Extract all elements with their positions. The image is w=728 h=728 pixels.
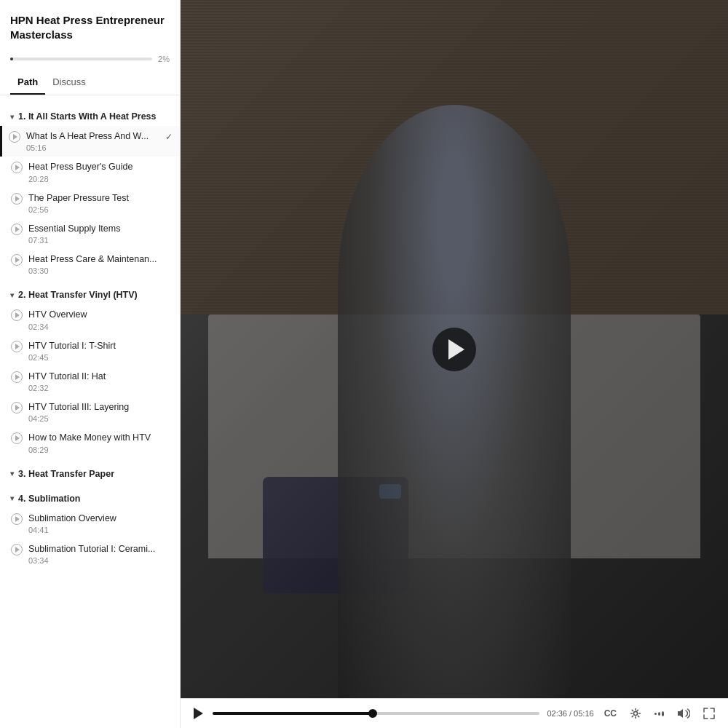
video-progress-bar[interactable]: [213, 712, 539, 715]
play-triangle-3: [15, 196, 20, 202]
lesson-info-10: How to Make Money with HTV 08:29: [28, 432, 173, 454]
fullscreen-button[interactable]: [700, 706, 718, 721]
play-pause-button[interactable]: [191, 706, 205, 721]
lesson-info-4: Essential Supply Items 07:31: [28, 223, 173, 245]
video-time-display: 02:36 / 05:16: [547, 709, 593, 718]
section-2-header[interactable]: ▾ 2. Heat Transfer Vinyl (HTV): [0, 280, 180, 304]
sidebar-header: HPN Heat Press Entrepreneur Masterclass: [0, 0, 180, 49]
speed-button[interactable]: [652, 710, 667, 718]
lesson-duration-3: 02:56: [28, 205, 173, 214]
lesson-info-2: Heat Press Buyer's Guide 20:28: [28, 161, 173, 183]
section-3-label: 3. Heat Transfer Paper: [18, 469, 114, 479]
sidebar-tabs: Path Discuss: [0, 71, 180, 95]
lesson-title-1: What Is A Heat Press And W...: [26, 130, 159, 142]
play-pause-icon: [194, 708, 203, 719]
play-triangle-7: [15, 344, 20, 349]
lesson-item-12[interactable]: Sublimation Tutorial I: Cerami... 03:34: [0, 539, 180, 569]
lesson-check-1: ✓: [165, 132, 173, 142]
lesson-play-icon-10: [11, 432, 23, 444]
speed-dot-1: [654, 713, 657, 715]
section-3-header[interactable]: ▾ 3. Heat Transfer Paper: [0, 459, 180, 483]
lesson-info-8: HTV Tutorial II: Hat 02:32: [28, 371, 173, 392]
video-controls-bar: 02:36 / 05:16 CC: [181, 698, 728, 728]
volume-button[interactable]: [674, 706, 693, 721]
lesson-duration-4: 07:31: [28, 236, 173, 245]
lesson-item-2[interactable]: Heat Press Buyer's Guide 20:28: [0, 157, 180, 187]
lesson-duration-12: 03:34: [28, 556, 173, 565]
settings-button[interactable]: [627, 706, 644, 721]
lesson-info-7: HTV Tutorial I: T-Shirt 02:45: [28, 340, 173, 362]
play-triangle-1: [13, 134, 17, 140]
lesson-play-icon-1: [9, 131, 20, 143]
lesson-item-5[interactable]: Heat Press Care & Maintenan... 03:30: [0, 249, 180, 280]
lesson-play-icon-9: [11, 402, 23, 414]
lesson-duration-8: 02:32: [28, 384, 173, 392]
section-1-header[interactable]: ▾ 1. It All Starts With A Heat Press: [0, 101, 180, 126]
play-triangle-11: [15, 516, 20, 522]
lesson-title-4: Essential Supply Items: [28, 223, 173, 234]
lesson-title-2: Heat Press Buyer's Guide: [28, 161, 173, 173]
lesson-duration-11: 04:41: [28, 526, 173, 534]
lesson-duration-5: 03:30: [28, 266, 173, 275]
play-triangle-4: [15, 226, 20, 232]
speed-dot-3: [662, 711, 664, 716]
sidebar: HPN Heat Press Entrepreneur Masterclass …: [0, 0, 181, 728]
progress-fill: [10, 58, 13, 60]
lesson-duration-9: 04:25: [28, 414, 173, 423]
lesson-item-1[interactable]: What Is A Heat Press And W... 05:16 ✓: [0, 126, 180, 157]
lesson-item-6[interactable]: HTV Overview 02:34: [0, 304, 180, 335]
play-triangle-8: [15, 374, 20, 380]
cc-button[interactable]: CC: [601, 707, 620, 720]
lesson-play-icon-2: [11, 162, 23, 173]
sidebar-content: ▾ 1. It All Starts With A Heat Press Wha…: [0, 95, 180, 728]
play-arrow-icon: [448, 339, 464, 360]
lesson-title-3: The Paper Pressure Test: [28, 192, 173, 204]
lesson-play-icon-3: [11, 193, 23, 205]
lesson-duration-6: 02:34: [28, 323, 173, 331]
section-2-label: 2. Heat Transfer Vinyl (HTV): [18, 290, 138, 300]
lesson-play-icon-5: [11, 254, 23, 266]
play-triangle-12: [15, 547, 20, 553]
lesson-info-11: Sublimation Overview 04:41: [28, 513, 173, 534]
section-4-label: 4. Sublimation: [18, 494, 80, 504]
lesson-title-9: HTV Tutorial III: Layering: [28, 401, 173, 413]
lesson-item-9[interactable]: HTV Tutorial III: Layering 04:25: [0, 397, 180, 427]
lesson-info-5: Heat Press Care & Maintenan... 03:30: [28, 253, 173, 275]
tab-path[interactable]: Path: [10, 71, 45, 95]
video-play-button[interactable]: [432, 328, 476, 371]
lesson-duration-7: 02:45: [28, 353, 173, 362]
play-triangle-9: [15, 405, 20, 411]
lesson-item-8[interactable]: HTV Tutorial II: Hat 02:32: [0, 366, 180, 397]
sidebar-title: HPN Heat Press Entrepreneur Masterclass: [10, 13, 170, 41]
lesson-info-1: What Is A Heat Press And W... 05:16: [26, 130, 159, 152]
lesson-duration-1: 05:16: [26, 143, 159, 152]
section-4-toggle: ▾: [10, 494, 14, 502]
lesson-title-6: HTV Overview: [28, 309, 173, 320]
section-1-label: 1. It All Starts With A Heat Press: [18, 111, 157, 122]
lesson-title-7: HTV Tutorial I: T-Shirt: [28, 340, 173, 352]
lesson-info-9: HTV Tutorial III: Layering 04:25: [28, 401, 173, 423]
lesson-title-12: Sublimation Tutorial I: Cerami...: [28, 543, 173, 555]
lesson-duration-2: 20:28: [28, 175, 173, 183]
lesson-item-7[interactable]: HTV Tutorial I: T-Shirt 02:45: [0, 336, 180, 366]
video-progress-thumb: [368, 709, 377, 718]
video-container[interactable]: [181, 0, 728, 698]
lesson-title-10: How to Make Money with HTV: [28, 432, 173, 443]
lesson-duration-10: 08:29: [28, 446, 173, 454]
lesson-item-3[interactable]: The Paper Pressure Test 02:56: [0, 188, 180, 218]
speed-dot-2: [658, 712, 660, 716]
lesson-item-4[interactable]: Essential Supply Items 07:31: [0, 218, 180, 249]
tab-discuss[interactable]: Discuss: [45, 71, 93, 95]
section-4-header[interactable]: ▾ 4. Sublimation: [0, 483, 180, 508]
section-1-toggle: ▾: [10, 113, 14, 121]
lesson-title-11: Sublimation Overview: [28, 513, 173, 524]
lesson-play-icon-8: [11, 371, 23, 383]
lesson-item-10[interactable]: How to Make Money with HTV 08:29: [0, 427, 180, 458]
lesson-play-icon-12: [11, 544, 23, 555]
lesson-play-icon-6: [11, 309, 23, 321]
lesson-item-11[interactable]: Sublimation Overview 04:41: [0, 508, 180, 539]
lesson-play-icon-4: [11, 223, 23, 235]
lesson-title-5: Heat Press Care & Maintenan...: [28, 253, 173, 265]
lesson-info-12: Sublimation Tutorial I: Cerami... 03:34: [28, 543, 173, 565]
progress-track: [10, 58, 152, 60]
